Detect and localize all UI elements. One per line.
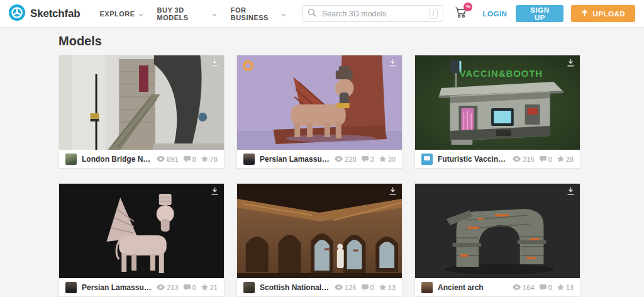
card-footer: Futuristic Vaccine Booth 316 0 28 [415,150,580,168]
model-stats: 891 8 78 [157,155,218,163]
booth-sign-text: VACCIN&BOOTH [460,68,543,79]
model-thumbnail-portrait-gallery[interactable] [237,184,402,278]
model-thumbnail-ancient-arch[interactable] [415,184,580,278]
login-link[interactable]: LOGIN [482,10,507,18]
nav-buy-3d-models[interactable]: BUY 3D MODELS [157,6,217,21]
model-card[interactable]: Persian Lamassu High Poly 213 0 21 [58,183,225,297]
likes-count: 13 [566,284,574,291]
comment-icon [362,284,369,291]
card-footer: Persian Lamassu High Poly 213 0 21 [59,278,224,296]
eye-icon [513,284,521,290]
upload-arrow-icon [581,9,588,18]
comment-icon [540,284,547,291]
views-stat: 164 [513,284,534,291]
cart-promo-badge: % [464,3,472,11]
model-title[interactable]: Scottish National Portrait Gallery [260,283,330,292]
star-icon [201,284,208,291]
comments-stat: 0 [540,155,552,163]
sketchfab-logo[interactable]: Sketchfab [9,4,80,23]
views-stat: 316 [513,155,534,163]
comments-stat: 0 [540,284,552,291]
comments-count: 0 [192,284,196,291]
views-stat: 891 [157,155,178,163]
star-icon [557,155,564,162]
user-avatar[interactable] [65,282,77,293]
cart-button[interactable]: % [455,7,467,21]
nav-for-business[interactable]: FOR BUSINESS [231,6,286,21]
model-stats: 164 0 13 [513,284,574,291]
download-icon[interactable] [211,188,219,195]
download-icon[interactable] [211,59,219,67]
comment-icon [540,156,547,162]
model-card[interactable]: Scottish National Portrait Gallery 126 0… [236,183,402,297]
star-icon [201,155,208,162]
upload-button[interactable]: UPLOAD [571,5,635,22]
likes-stat: 28 [557,155,574,163]
model-thumbnail-vaccine-booth[interactable]: VACCIN&BOOTH [415,55,580,150]
comments-count: 0 [548,155,552,163]
search-shortcut-hint: / [429,9,438,19]
model-title[interactable]: Ancient arch [438,283,508,292]
nav-business-label: FOR BUSINESS [231,6,278,21]
comments-count: 0 [370,284,374,291]
likes-stat: 78 [201,155,218,163]
user-avatar[interactable] [65,154,77,165]
views-stat: 126 [335,284,356,291]
model-stats: 228 3 30 [335,155,396,163]
user-avatar[interactable] [421,154,433,165]
model-title[interactable]: Persian Lamassu Gates of All Nati... [260,155,330,164]
star-icon [379,284,386,291]
eye-icon [157,284,165,290]
likes-count: 78 [210,155,218,163]
views-count: 228 [345,155,356,163]
nav-explore[interactable]: EXPLORE [99,10,143,18]
london-bridge-image [59,55,224,150]
main-content: Models [0,28,644,297]
views-stat: 213 [157,284,178,291]
likes-stat: 30 [379,155,396,163]
views-count: 891 [167,155,178,163]
chevron-down-icon [138,10,143,18]
model-title[interactable]: London Bridge Nancy Steps [82,155,152,164]
model-card[interactable]: VACCIN&BOOTH [414,55,580,169]
download-icon[interactable] [567,188,575,195]
signup-button[interactable]: SIGN UP [516,5,564,22]
comment-icon [184,284,191,291]
views-count: 126 [345,284,356,291]
model-thumbnail-lamassu-high-poly[interactable] [59,184,224,278]
eye-icon [157,156,165,162]
likes-count: 21 [210,284,218,291]
brand-name: Sketchfab [30,8,80,20]
comments-stat: 3 [362,155,374,163]
download-icon[interactable] [567,59,575,67]
model-thumbnail-lamassu-gates[interactable] [237,55,402,150]
user-avatar[interactable] [421,282,433,293]
vaccine-booth-image: VACCIN&BOOTH [415,55,580,150]
lamassu-gates-image [237,55,402,150]
comments-stat: 0 [184,284,196,291]
user-avatar[interactable] [243,154,255,165]
search-bar[interactable]: / [302,5,444,22]
comments-count: 8 [192,155,196,163]
model-title[interactable]: Persian Lamassu High Poly [82,283,152,292]
page-title: Models [58,33,644,49]
model-stats: 213 0 21 [157,284,218,291]
download-icon[interactable] [389,59,397,67]
user-avatar[interactable] [243,282,255,293]
search-input[interactable] [321,9,425,19]
sketchfab-logo-icon [9,4,25,23]
card-footer: London Bridge Nancy Steps 891 8 78 [59,150,224,168]
download-icon[interactable] [389,188,397,195]
model-card[interactable]: Ancient arch 164 0 13 [414,183,580,297]
model-card[interactable]: Persian Lamassu Gates of All Nati... 228… [236,55,402,169]
likes-stat: 13 [379,284,396,291]
comments-count: 0 [548,284,552,291]
comment-icon [362,156,369,162]
comments-count: 3 [370,155,374,163]
model-title[interactable]: Futuristic Vaccine Booth [438,155,508,164]
likes-count: 30 [388,155,396,163]
model-card[interactable]: London Bridge Nancy Steps 891 8 78 [58,55,225,169]
model-thumbnail-london-bridge[interactable] [59,55,224,150]
chevron-down-icon [212,10,217,18]
model-stats: 316 0 28 [513,155,574,163]
